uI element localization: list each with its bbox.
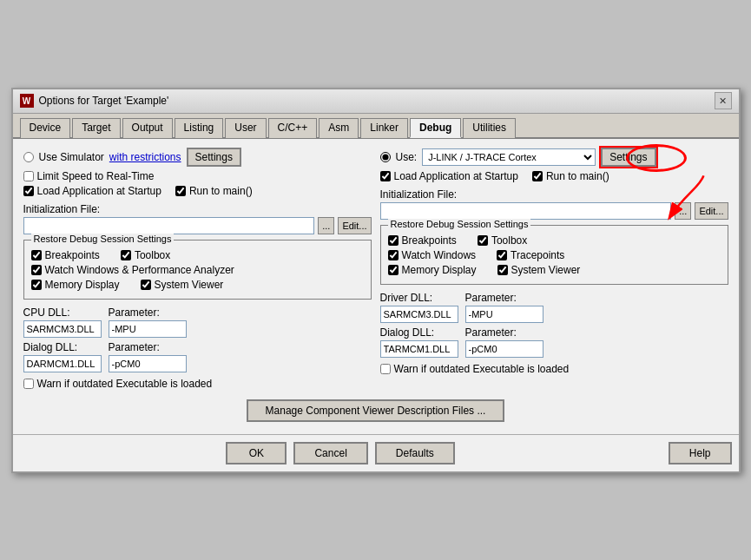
manage-row: Manage Component Viewer Description File… xyxy=(23,399,728,422)
tab-target[interactable]: Target xyxy=(72,118,120,138)
main-dialog: W Options for Target 'Example' ✕ Device … xyxy=(11,88,741,473)
run-to-main-label-left: Run to main() xyxy=(189,185,253,197)
toolbox-checkbox-left[interactable] xyxy=(121,250,131,260)
breakpoints-label-right: Breakpoints xyxy=(402,234,457,247)
use-select[interactable]: J-LINK / J-TRACE Cortex xyxy=(422,148,596,166)
right-settings-button[interactable]: Settings xyxy=(601,148,655,167)
driver-dll-label: Driver DLL: xyxy=(380,292,458,304)
cpu-dll-input[interactable] xyxy=(23,320,102,338)
watch-windows-label-right: Watch Windows xyxy=(402,249,477,261)
left-panel: Use Simulator with restrictions Settings… xyxy=(23,148,372,392)
dialog-dll-label-left: Dialog DLL: xyxy=(23,341,102,353)
browse-btn-left[interactable]: ... xyxy=(318,217,334,234)
cancel-button[interactable]: Cancel xyxy=(293,442,367,464)
tab-cpp[interactable]: C/C++ xyxy=(268,118,318,138)
use-radio[interactable] xyxy=(380,152,391,162)
simulator-settings-button[interactable]: Settings xyxy=(187,148,241,167)
restrictions-link[interactable]: with restrictions xyxy=(109,151,181,163)
memory-display-label-left: Memory Display xyxy=(45,279,120,291)
bottom-bar: OK Cancel Defaults Help xyxy=(13,434,739,471)
browse-btn-right[interactable]: ... xyxy=(675,202,691,220)
load-run-row-left: Load Application at Startup Run to main(… xyxy=(23,185,372,200)
limit-speed-row: Limit Speed to Real-Time xyxy=(23,170,372,182)
cpu-param-input[interactable] xyxy=(109,320,187,338)
driver-dll-row: Driver DLL: Parameter: xyxy=(380,292,728,323)
breakpoints-label-left: Breakpoints xyxy=(45,249,100,261)
load-app-label-left: Load Application at Startup xyxy=(37,185,161,197)
toolbox-label-right: Toolbox xyxy=(491,234,527,247)
app-icon: W xyxy=(20,94,34,108)
tab-asm[interactable]: Asm xyxy=(319,118,359,138)
close-button[interactable]: ✕ xyxy=(715,92,732,109)
main-content: Use Simulator with restrictions Settings… xyxy=(13,139,739,434)
edit-btn-left[interactable]: Edit... xyxy=(338,217,371,234)
driver-dll-input[interactable] xyxy=(380,306,458,323)
toolbox-checkbox-right[interactable] xyxy=(478,235,488,246)
load-app-label-right: Load Application at Startup xyxy=(394,170,518,182)
driver-param-input[interactable] xyxy=(465,306,543,323)
load-app-checkbox-left[interactable] xyxy=(23,186,34,196)
tab-user[interactable]: User xyxy=(225,118,266,138)
warn-checkbox-right[interactable] xyxy=(380,364,391,374)
help-button[interactable]: Help xyxy=(669,442,732,464)
memory-display-label-right: Memory Display xyxy=(402,264,477,276)
manage-button[interactable]: Manage Component Viewer Description File… xyxy=(247,399,505,422)
cpu-param-label: Parameter: xyxy=(109,306,187,319)
tab-linker[interactable]: Linker xyxy=(360,118,408,138)
edit-btn-right[interactable]: Edit... xyxy=(695,202,728,220)
breakpoints-checkbox-right[interactable] xyxy=(388,235,399,246)
cpu-dll-row: CPU DLL: Parameter: xyxy=(23,306,372,338)
defaults-button[interactable]: Defaults xyxy=(375,442,455,464)
title-bar: W Options for Target 'Example' ✕ xyxy=(13,89,739,114)
system-viewer-checkbox-left[interactable] xyxy=(141,280,151,290)
warn-checkbox-left[interactable] xyxy=(23,379,34,389)
limit-speed-checkbox[interactable] xyxy=(23,171,34,181)
dialog-dll-input-left[interactable] xyxy=(23,355,102,372)
watch-windows-checkbox-right[interactable] xyxy=(388,250,399,260)
warn-label-right: Warn if outdated Executable is loaded xyxy=(394,363,570,375)
tab-device[interactable]: Device xyxy=(20,118,71,138)
cpu-dll-label: CPU DLL: xyxy=(23,306,102,319)
tab-bar: Device Target Output Listing User C/C++ … xyxy=(13,114,739,139)
driver-param-label: Parameter: xyxy=(465,292,543,304)
dialog-dll-row-left: Dialog DLL: Parameter: xyxy=(23,341,372,372)
init-file-label-left: Initialization File: xyxy=(23,203,372,215)
system-viewer-checkbox-right[interactable] xyxy=(497,265,508,275)
system-viewer-label-left: System Viewer xyxy=(155,279,224,291)
tab-debug[interactable]: Debug xyxy=(410,118,461,138)
dialog-dll-input-right[interactable] xyxy=(380,340,458,358)
restore-group-left: Restore Debug Session Settings Breakpoin… xyxy=(23,240,372,300)
simulator-radio[interactable] xyxy=(23,152,34,162)
dialog-param-input-right[interactable] xyxy=(465,340,543,358)
toolbox-label-left: Toolbox xyxy=(135,249,170,261)
load-app-checkbox-right[interactable] xyxy=(380,171,391,181)
init-file-label-right: Initialization File: xyxy=(380,188,728,201)
init-file-input-right[interactable] xyxy=(380,202,672,220)
ok-button[interactable]: OK xyxy=(226,442,287,464)
dialog-param-label-right: Parameter: xyxy=(465,326,543,339)
memory-display-checkbox-right[interactable] xyxy=(388,265,399,275)
dialog-param-label-left: Parameter: xyxy=(109,341,187,353)
tab-listing[interactable]: Listing xyxy=(175,118,224,138)
init-file-input-left[interactable] xyxy=(23,217,315,234)
tracepoints-checkbox[interactable] xyxy=(497,250,507,260)
dialog-title: Options for Target 'Example' xyxy=(39,95,169,107)
tab-output[interactable]: Output xyxy=(122,118,173,138)
tab-utilities[interactable]: Utilities xyxy=(463,118,516,138)
memory-display-checkbox-left[interactable] xyxy=(31,280,42,290)
right-panel: Use: J-LINK / J-TRACE Cortex Settings Lo… xyxy=(380,148,728,392)
restore-group-title-left: Restore Debug Session Settings xyxy=(31,234,175,244)
dialog-dll-row-right: Dialog DLL: Parameter: xyxy=(380,326,728,358)
breakpoints-checkbox-left[interactable] xyxy=(31,250,42,260)
run-to-main-checkbox-right[interactable] xyxy=(532,171,543,181)
dialog-param-input-left[interactable] xyxy=(109,355,187,372)
restore-group-title-right: Restore Debug Session Settings xyxy=(388,219,531,229)
watch-windows-checkbox-left[interactable] xyxy=(31,265,42,275)
watch-windows-label-left: Watch Windows & Performance Analyzer xyxy=(45,264,234,276)
two-column-layout: Use Simulator with restrictions Settings… xyxy=(23,148,728,392)
tracepoints-label: Tracepoints xyxy=(511,249,564,261)
use-label: Use: xyxy=(396,151,418,163)
system-viewer-label-right: System Viewer xyxy=(511,264,581,276)
run-to-main-checkbox-left[interactable] xyxy=(175,186,186,196)
init-file-row-left: ... Edit... xyxy=(23,217,372,234)
